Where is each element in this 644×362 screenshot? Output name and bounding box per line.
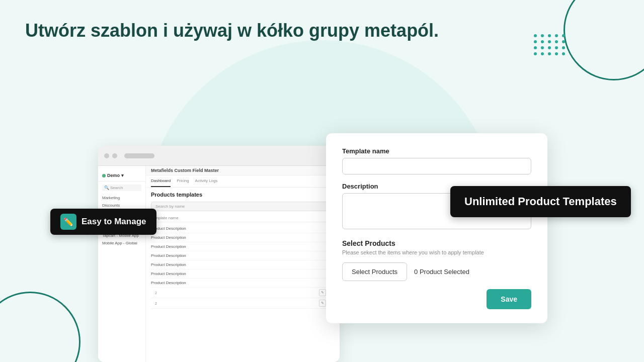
template-name-input[interactable] — [342, 158, 531, 174]
page-heading: Utwórz szablon i używaj w kółko grupy me… — [25, 20, 439, 41]
shopify-sidebar: Demo ▾ 🔍 Search Marketing Discounts Apps… — [98, 166, 146, 362]
table-row-1: 2 ✎ 🗑 — [151, 298, 335, 309]
tab-dashboard[interactable]: Dashboard — [151, 175, 171, 187]
easy-badge-icon: ✏️ — [60, 214, 76, 230]
select-products-subtitle: Please sekect the items where you wish t… — [342, 249, 531, 255]
app-body: Products templates Search by name Templa… — [146, 188, 340, 313]
easy-badge-label: Easy to Manage — [82, 217, 146, 227]
template-row-4[interactable]: Product Description — [151, 260, 335, 269]
pencil-icon: ✏️ — [63, 217, 73, 227]
template-list-header: Template name — [151, 214, 335, 222]
template-row-5[interactable]: Product Description — [151, 269, 335, 279]
unlimited-badge-label: Unlimited Product Templates — [464, 195, 617, 208]
save-btn-row: Save — [342, 289, 531, 309]
select-products-button[interactable]: Select Products — [342, 262, 407, 281]
select-products-title: Select Products — [342, 239, 531, 247]
browser-mockup: Demo ▾ 🔍 Search Marketing Discounts Apps… — [98, 146, 340, 362]
browser-topbar — [98, 146, 340, 166]
product-selected-count: 0 Product Selected — [414, 268, 469, 276]
deco-dots-grid — [534, 34, 566, 55]
edit-btn-1[interactable]: ✎ — [319, 300, 326, 307]
browser-circle-2 — [112, 153, 117, 158]
store-name: Demo ▾ — [102, 173, 141, 178]
template-row-1[interactable]: Product Description — [151, 233, 335, 242]
template-form-card: Template name Description Select Product… — [326, 133, 547, 323]
browser-address-bar — [124, 153, 154, 158]
tab-pricing[interactable]: Pricing — [177, 175, 189, 187]
store-status-dot — [102, 174, 106, 177]
sidebar-channel-mobile-global[interactable]: Mobile App - Global — [98, 239, 145, 247]
template-search-bar[interactable]: Search by name — [151, 202, 335, 211]
template-row-2[interactable]: Product Description — [151, 242, 335, 251]
app-tabs: Dashboard Pricing Activity Logs — [146, 175, 340, 188]
deco-circle-top-right — [564, 0, 644, 80]
app-content-area: Metafields Custom Field Master Dashboard… — [146, 166, 340, 362]
save-button[interactable]: Save — [487, 289, 531, 309]
app-header: Metafields Custom Field Master — [146, 166, 340, 175]
select-products-row: Select Products 0 Product Selected — [342, 262, 531, 281]
shopify-search[interactable]: 🔍 Search — [102, 185, 141, 191]
shopify-store-bar: Demo ▾ — [98, 170, 145, 182]
easy-to-manage-badge: ✏️ Easy to Manage — [50, 209, 156, 235]
unlimited-badge: Unlimited Product Templates — [450, 186, 631, 217]
template-name-label: Template name — [342, 147, 531, 155]
sidebar-nav-discounts[interactable]: Discounts — [98, 202, 145, 209]
template-row-6[interactable]: Product Description — [151, 279, 335, 288]
browser-circle-1 — [104, 153, 109, 158]
search-icon: 🔍 — [104, 186, 109, 190]
tab-activity-logs[interactable]: Activity Logs — [195, 175, 218, 187]
app-page-title: Products templates — [151, 192, 335, 198]
table-row-0: 2 ✎ 🗑 — [151, 288, 335, 298]
template-row-0[interactable]: Product Description — [151, 224, 335, 233]
edit-btn-0[interactable]: ✎ — [319, 289, 326, 296]
sidebar-nav-marketing[interactable]: Marketing — [98, 194, 145, 202]
template-row-3[interactable]: Product Description — [151, 251, 335, 260]
deco-circle-bottom-left — [0, 292, 80, 362]
